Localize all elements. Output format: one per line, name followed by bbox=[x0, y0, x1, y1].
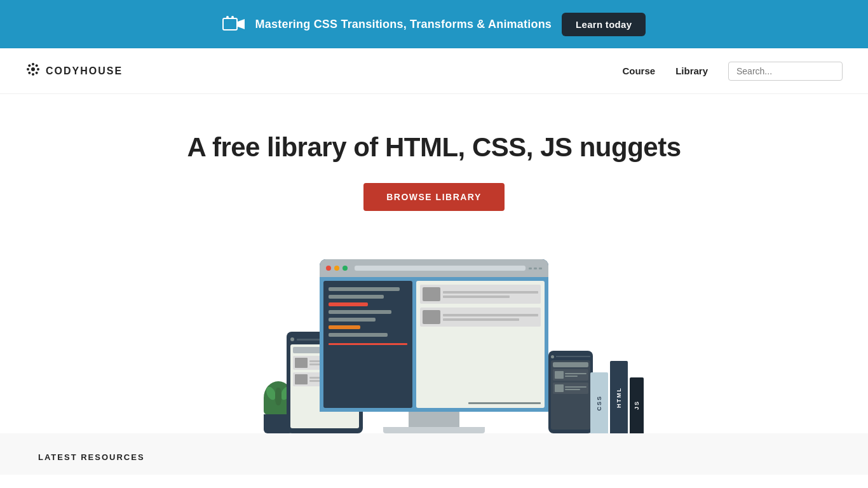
browser-content bbox=[320, 277, 548, 412]
book-html-label: HTML bbox=[616, 387, 622, 408]
banner-text: Mastering CSS Transitions, Transforms & … bbox=[255, 18, 552, 31]
book-css-label: CSS bbox=[596, 395, 602, 411]
phone-screen bbox=[551, 360, 590, 430]
layout-panel bbox=[416, 281, 545, 408]
phone-body bbox=[548, 351, 593, 433]
phone-device bbox=[548, 351, 593, 433]
learn-today-button[interactable]: Learn today bbox=[562, 13, 646, 36]
svg-point-6 bbox=[32, 73, 34, 76]
svg-point-11 bbox=[36, 64, 38, 67]
monitor-inner bbox=[320, 259, 548, 412]
book-html: HTML bbox=[610, 361, 628, 433]
svg-point-5 bbox=[32, 63, 34, 65]
dot-red bbox=[326, 266, 331, 271]
monitor-stand bbox=[409, 412, 459, 427]
top-banner: Mastering CSS Transitions, Transforms & … bbox=[0, 0, 868, 48]
svg-point-7 bbox=[27, 68, 29, 71]
hero-illustration: CSS HTML JS bbox=[193, 243, 675, 433]
latest-resources-title: LATEST RESOURCES bbox=[38, 452, 830, 462]
books-decoration: CSS HTML JS bbox=[590, 361, 644, 433]
book-js: JS bbox=[630, 377, 644, 433]
svg-point-8 bbox=[37, 68, 39, 71]
dot-green bbox=[342, 266, 348, 271]
video-camera-icon bbox=[222, 15, 245, 33]
search-input[interactable] bbox=[728, 62, 843, 81]
phone-card-1 bbox=[553, 369, 588, 381]
nav-library[interactable]: Library bbox=[675, 65, 708, 76]
logo-icon bbox=[25, 62, 41, 81]
latest-resources-section: LATEST RESOURCES bbox=[0, 433, 868, 475]
svg-point-4 bbox=[31, 67, 35, 71]
navbar: CODYHOUSE Course Library bbox=[0, 48, 868, 94]
svg-point-10 bbox=[36, 71, 38, 74]
browser-bar bbox=[320, 259, 548, 277]
hero-title: A free library of HTML, CSS, JS nuggets bbox=[187, 132, 681, 163]
logo-label: CODYHOUSE bbox=[46, 65, 123, 77]
nav-course[interactable]: Course bbox=[622, 65, 655, 76]
book-js-label: JS bbox=[634, 400, 640, 410]
svg-point-12 bbox=[28, 71, 31, 74]
layout-card-1 bbox=[420, 285, 541, 304]
nav-links: Course Library bbox=[622, 62, 843, 81]
dot-yellow bbox=[334, 266, 339, 271]
logo[interactable]: CODYHOUSE bbox=[25, 62, 123, 81]
browse-library-button[interactable]: BROWSE LIBRARY bbox=[363, 183, 505, 211]
hero-section: A free library of HTML, CSS, JS nuggets … bbox=[0, 94, 868, 433]
code-panel bbox=[323, 281, 412, 408]
layout-card-2 bbox=[420, 308, 541, 327]
svg-point-1 bbox=[226, 16, 229, 18]
monitor-base bbox=[383, 427, 485, 433]
book-css: CSS bbox=[590, 372, 608, 433]
phone-card-2 bbox=[553, 383, 588, 394]
svg-point-2 bbox=[231, 16, 234, 18]
svg-rect-0 bbox=[223, 18, 237, 30]
monitor-screen bbox=[320, 259, 548, 412]
svg-marker-3 bbox=[238, 19, 245, 29]
svg-point-9 bbox=[28, 64, 31, 67]
monitor-device bbox=[320, 259, 548, 433]
